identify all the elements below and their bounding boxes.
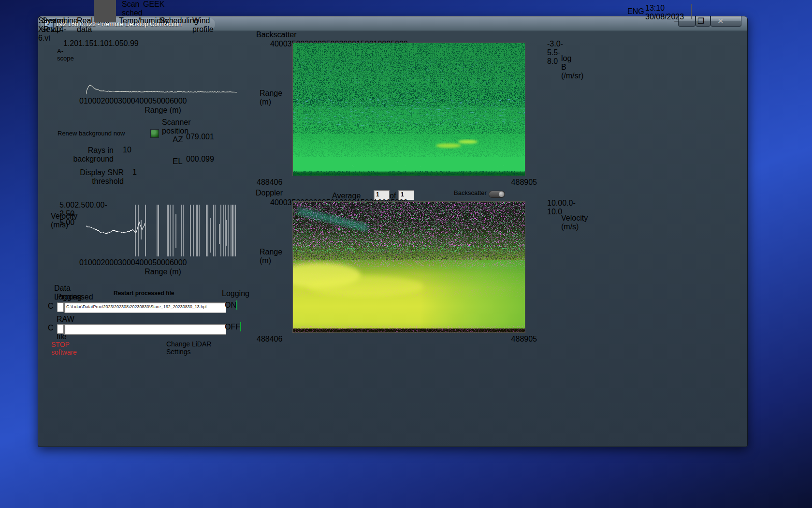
on-led: [236, 300, 237, 310]
rdp-close-button[interactable]: [710, 16, 741, 27]
renew-background-button[interactable]: Renew background now: [58, 126, 147, 141]
az-value-field[interactable]: 079.001: [186, 133, 228, 143]
processed-path-field[interactable]: C:\Lidar\Data\Proc\2023\202308\20230830\…: [64, 302, 226, 313]
raw-browse-icon[interactable]: [57, 324, 64, 334]
renew-led: [150, 129, 159, 138]
backscatter-toggle-label: Backscatter: [454, 189, 487, 196]
backscatter-heatmap: [292, 43, 525, 176]
tab-scheduling[interactable]: Scheduling: [160, 16, 192, 25]
change-lidar-settings-button[interactable]: Change LiDARSettings: [166, 337, 222, 361]
rays-value-field[interactable]: 10: [123, 146, 134, 154]
velocity-trace: [86, 205, 237, 256]
app-close-button[interactable]: ✕: [717, 16, 724, 26]
doppler-ylabel: Range (m): [260, 248, 267, 291]
raw-path-field[interactable]: [64, 324, 226, 335]
backscatter-x-start: 488406: [257, 178, 282, 187]
doppler-x-start: 488406: [257, 335, 282, 344]
language-indicator[interactable]: ENG: [627, 7, 644, 16]
ascope-xlabel: Range (m): [133, 106, 192, 115]
doppler-yticks: 40003500300025002000150010005000: [270, 198, 289, 335]
doppler-title: Doppler: [256, 189, 283, 197]
start-button-icon[interactable]: [10, 0, 20, 11]
ascope-plot: [86, 42, 237, 95]
ascope-yticks: 1.201.151.101.050.99: [63, 39, 83, 97]
el-label: EL: [173, 157, 183, 166]
velocity-xticks: 0100020003000400050006000: [79, 258, 244, 267]
el-value-field[interactable]: 000.099: [186, 155, 228, 165]
snr-label: Display SNR threshold: [55, 168, 124, 186]
backscatter-image: [293, 43, 525, 176]
restart-processed-button[interactable]: Restart processed file: [114, 288, 179, 299]
tab-temp-humidity[interactable]: Temp/humidity: [119, 16, 160, 25]
doppler-x-end: 488905: [508, 335, 537, 344]
velocity-yticks: 5.002.500.00-2.50-5.00: [59, 201, 84, 258]
processed-drive-selector[interactable]: C: [48, 302, 55, 311]
toggle-knob: [499, 192, 504, 197]
backscatter-yticks: 40003500300025002000150010005000: [270, 40, 289, 177]
velocity-xlabel: Range (m): [133, 268, 192, 276]
ascope-xticks: 0100020003000400050006000: [79, 97, 244, 105]
rdp-window: 192.168.0.122 - Remote Desktop Connectio…: [38, 16, 748, 447]
app-restore-button[interactable]: ❐: [697, 16, 704, 26]
off-led: [240, 322, 241, 331]
backscatter-colorbar-label: log B (/m/sr): [561, 54, 569, 100]
doppler-image: [293, 202, 525, 332]
tab-system-setup[interactable]: System setup: [42, 16, 76, 34]
backscatter-colorbar: [532, 40, 544, 111]
az-label: AZ: [173, 135, 183, 145]
taskbar-clock[interactable]: 13:1030/08/2023: [645, 4, 680, 21]
velocity-ylabel: Velocity (m/s): [51, 212, 58, 259]
raw-drive-selector[interactable]: C: [48, 324, 55, 332]
doppler-colorbar: [532, 199, 544, 271]
backscatter-title: Backscatter: [256, 30, 297, 39]
scan-scheduler-icon[interactable]: Scansched: [122, 0, 143, 17]
logging-label: Logging: [222, 289, 249, 298]
doppler-colorbar-label: Velocity (m/s): [561, 214, 569, 260]
stop-software-button[interactable]: STOPsoftware: [51, 337, 99, 361]
backscatter-ylabel: Range (m): [260, 89, 267, 133]
active-app-slot[interactable]: [94, 0, 116, 22]
backscatter-x-end: 488905: [508, 178, 537, 187]
backscatter-toggle[interactable]: [489, 191, 505, 198]
tab-wind-profile[interactable]: Wind profile: [192, 16, 228, 34]
ascope-trace: [86, 42, 237, 95]
rays-label: Rays in background: [59, 146, 114, 164]
processed-browse-icon[interactable]: [57, 302, 64, 312]
geek-editor-icon[interactable]: GEEK: [143, 0, 164, 9]
taskbar-divider: [691, 4, 692, 19]
velocity-plot: [86, 205, 237, 256]
doppler-heatmap: [292, 201, 525, 333]
snr-value-field[interactable]: 1: [132, 168, 153, 177]
raw-logging-toggle[interactable]: OFF: [225, 323, 242, 333]
processed-logging-toggle[interactable]: ON: [225, 301, 242, 311]
